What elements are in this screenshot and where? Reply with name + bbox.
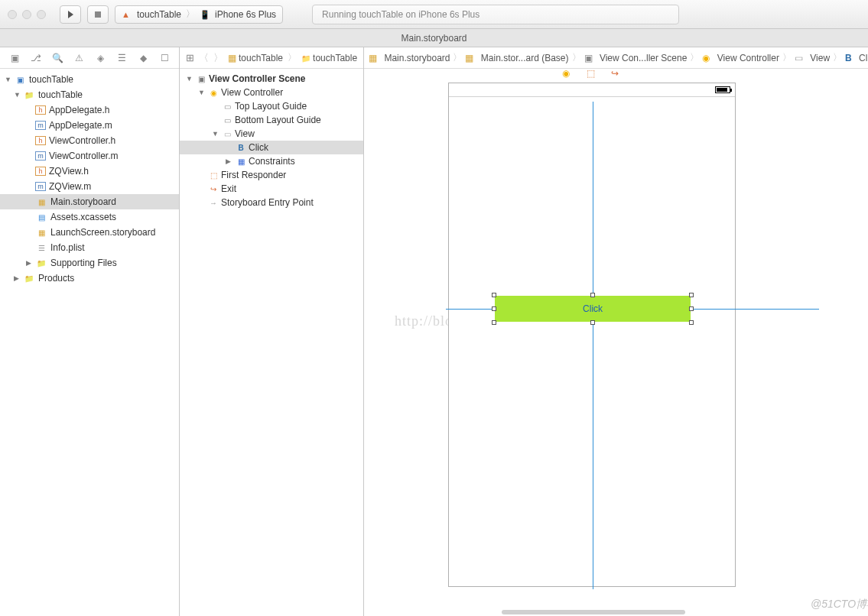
scheme-selector[interactable]: touchTable 〉 iPhone 6s Plus bbox=[115, 5, 283, 24]
folder-icon bbox=[301, 53, 310, 63]
file-main-storyboard[interactable]: Main.storyboard bbox=[0, 194, 179, 209]
view-controller-icon bbox=[207, 89, 219, 97]
scene-dock[interactable] bbox=[449, 69, 735, 79]
exit-icon bbox=[207, 185, 219, 193]
entry-point-icon bbox=[207, 199, 219, 207]
battery-icon bbox=[715, 86, 730, 93]
project-icon bbox=[14, 74, 26, 85]
resize-handle[interactable] bbox=[590, 320, 595, 325]
view-icon: ▭ bbox=[795, 53, 803, 63]
forward-icon[interactable]: 〉 bbox=[213, 51, 223, 65]
view-controller-dock-icon[interactable] bbox=[562, 69, 573, 79]
related-items-icon[interactable] bbox=[186, 52, 194, 63]
group-touchtable[interactable]: touchTable bbox=[0, 87, 179, 102]
resize-handle[interactable] bbox=[689, 320, 694, 325]
close-window-icon[interactable] bbox=[8, 10, 17, 19]
canvas[interactable]: http://blog.csdn.net/ Click bbox=[364, 69, 868, 616]
resize-handle[interactable] bbox=[689, 293, 694, 297]
resize-handle[interactable] bbox=[689, 306, 694, 311]
constraints-icon bbox=[235, 157, 247, 166]
issue-navigator-icon[interactable]: ⚠ bbox=[73, 53, 84, 63]
outline-click-button[interactable]: Click bbox=[180, 141, 363, 154]
file-zqview-h[interactable]: ZQView.h bbox=[0, 164, 179, 179]
outline-view[interactable]: View bbox=[180, 127, 363, 141]
project-navigator-icon[interactable]: ▣ bbox=[9, 53, 20, 63]
header-file-icon bbox=[35, 105, 46, 115]
outline-top-layout-guide[interactable]: Top Layout Guide bbox=[180, 99, 363, 113]
editor-tab-bar: Main.storyboard bbox=[0, 29, 868, 47]
button-icon bbox=[235, 144, 247, 152]
file-appdelegate-h[interactable]: AppDelegate.h bbox=[0, 102, 179, 118]
scheme-target-label: touchTable bbox=[137, 9, 181, 20]
active-tab-title[interactable]: Main.storyboard bbox=[401, 33, 467, 44]
outline-constraints[interactable]: Constraints bbox=[180, 154, 363, 168]
plist-file-icon bbox=[35, 242, 47, 253]
file-viewcontroller-m[interactable]: ViewController.m bbox=[0, 148, 179, 164]
resize-handle[interactable] bbox=[590, 293, 595, 297]
breakpoint-navigator-icon[interactable]: ◆ bbox=[138, 53, 148, 63]
activity-status: Running touchTable on iPhone 6s Plus bbox=[312, 5, 679, 24]
run-button[interactable] bbox=[60, 5, 81, 24]
file-assets[interactable]: Assets.xcassets bbox=[0, 209, 179, 225]
outline-jump-bar[interactable]: 〈 〉 touchTable 〉 touchTable bbox=[180, 47, 363, 69]
device-frame[interactable]: Click bbox=[448, 83, 736, 587]
view-controller-icon: ◉ bbox=[702, 53, 710, 63]
group-products[interactable]: Products bbox=[0, 271, 179, 286]
layout-guide-icon bbox=[221, 116, 233, 125]
interface-builder-canvas-panel: ▦ Main.storyboard〉 ▦ Main.stor...ard (Ba… bbox=[364, 47, 868, 616]
report-navigator-icon[interactable]: ☐ bbox=[159, 53, 170, 63]
folder-icon bbox=[35, 258, 47, 268]
outline-entry-point[interactable]: Storyboard Entry Point bbox=[180, 196, 363, 209]
resize-handle[interactable] bbox=[492, 293, 496, 297]
document-outline-panel: 〈 〉 touchTable 〉 touchTable View Control… bbox=[180, 47, 364, 616]
view-icon bbox=[221, 130, 233, 138]
file-launchscreen[interactable]: LaunchScreen.storyboard bbox=[0, 225, 179, 240]
source-control-navigator-icon[interactable]: ⎇ bbox=[31, 53, 41, 63]
group-supporting-files[interactable]: Supporting Files bbox=[0, 255, 179, 271]
resize-handle[interactable] bbox=[492, 306, 496, 311]
back-icon[interactable]: 〈 bbox=[199, 51, 209, 65]
file-info-plist[interactable]: Info.plist bbox=[0, 240, 179, 255]
document-outline: View Controller Scene View Controller To… bbox=[180, 69, 363, 209]
file-viewcontroller-h[interactable]: ViewController.h bbox=[0, 133, 179, 148]
credit-text: @51CTO博客 bbox=[811, 598, 868, 611]
navigator-selector: ▣ ⎇ 🔍 ⚠ ◈ ☰ ◆ ☐ bbox=[0, 47, 179, 69]
exit-dock-icon[interactable] bbox=[611, 69, 622, 79]
outline-first-responder[interactable]: First Responder bbox=[180, 168, 363, 182]
layout-guide-icon bbox=[221, 102, 233, 111]
scene-icon bbox=[195, 75, 207, 83]
storyboard-icon: ▦ bbox=[465, 53, 473, 63]
storyboard-file-icon bbox=[35, 227, 47, 238]
find-navigator-icon[interactable]: 🔍 bbox=[52, 53, 63, 63]
test-navigator-icon[interactable]: ◈ bbox=[95, 53, 106, 63]
header-file-icon bbox=[35, 167, 46, 176]
storyboard-icon bbox=[228, 53, 236, 63]
scene-icon: ▣ bbox=[584, 53, 593, 63]
impl-file-icon bbox=[35, 151, 46, 160]
impl-file-icon bbox=[35, 121, 46, 130]
status-bar bbox=[449, 83, 735, 97]
zoom-window-icon[interactable] bbox=[37, 10, 46, 19]
device-icon bbox=[200, 9, 210, 20]
editor-jump-bar[interactable]: ▦ Main.storyboard〉 ▦ Main.stor...ard (Ba… bbox=[364, 47, 868, 69]
outline-bottom-layout-guide[interactable]: Bottom Layout Guide bbox=[180, 113, 363, 127]
outline-scene[interactable]: View Controller Scene bbox=[180, 72, 363, 86]
file-appdelegate-m[interactable]: AppDelegate.m bbox=[0, 118, 179, 133]
resize-handle[interactable] bbox=[492, 320, 496, 325]
file-zqview-m[interactable]: ZQView.m bbox=[0, 179, 179, 194]
outline-view-controller[interactable]: View Controller bbox=[180, 86, 363, 99]
button-icon: B bbox=[845, 53, 852, 63]
header-file-icon bbox=[35, 136, 46, 145]
scheme-device-label: iPhone 6s Plus bbox=[215, 9, 276, 20]
horizontal-scrollbar[interactable] bbox=[502, 610, 685, 614]
window-traffic-lights bbox=[8, 10, 46, 19]
debug-navigator-icon[interactable]: ☰ bbox=[116, 53, 127, 63]
minimize-window-icon[interactable] bbox=[22, 10, 31, 19]
vertical-alignment-guide bbox=[593, 102, 593, 589]
first-responder-dock-icon[interactable] bbox=[587, 69, 597, 79]
stop-button[interactable] bbox=[87, 5, 109, 24]
outline-exit[interactable]: Exit bbox=[180, 182, 363, 196]
project-root[interactable]: touchTable bbox=[0, 72, 179, 87]
navigator-panel: ▣ ⎇ 🔍 ⚠ ◈ ☰ ◆ ☐ touchTable touchTable Ap… bbox=[0, 47, 180, 616]
click-button[interactable]: Click bbox=[495, 296, 691, 322]
